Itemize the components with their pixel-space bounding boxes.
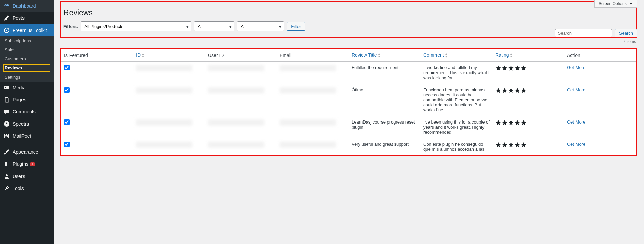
sidebar-item-freemius[interactable]: Freemius Toolkit	[0, 24, 54, 36]
col-user-id[interactable]: User ID	[205, 49, 277, 62]
sort-icon: ▲▼	[377, 53, 381, 58]
sidebar-label: Tools	[13, 186, 24, 191]
featured-checkbox[interactable]	[64, 65, 70, 70]
sidebar-item-mailpoet[interactable]: MailPoet	[0, 130, 54, 142]
sidebar-item-plugins[interactable]: Plugins 1	[0, 158, 54, 170]
sidebar-sub-customers[interactable]: Customers	[0, 54, 54, 63]
featured-checkbox[interactable]	[64, 119, 70, 125]
dashboard-icon	[3, 3, 10, 9]
star-icon	[514, 119, 520, 126]
filter-product-select[interactable]: All Plugins/Products	[81, 21, 191, 31]
sort-icon: ▲▼	[509, 53, 513, 58]
blurred-email	[280, 119, 336, 126]
sidebar-label: Appearance	[13, 149, 38, 155]
main-content: Screen Options ▼ Reviews Filters: All Pl…	[54, 0, 644, 244]
comment-cell: Con este plugin he conseguido que mis al…	[421, 138, 493, 155]
col-action[interactable]: Action	[564, 49, 636, 62]
col-email[interactable]: Email	[277, 49, 349, 62]
screen-options-label: Screen Options	[599, 1, 627, 6]
blurred-email	[280, 65, 336, 71]
rating-stars	[495, 119, 527, 126]
items-count: 7 items	[60, 39, 636, 44]
star-icon	[521, 65, 527, 71]
sidebar-item-dashboard[interactable]: Dashboard	[0, 0, 54, 12]
table-row: LearnDasj course progress reset plugin I…	[61, 116, 636, 138]
sidebar-item-appearance[interactable]: Appearance	[0, 146, 54, 158]
pages-icon	[3, 96, 10, 103]
sidebar-item-pages[interactable]: Pages	[0, 94, 54, 106]
star-icon	[502, 87, 508, 93]
featured-checkbox[interactable]	[64, 142, 70, 147]
col-is-featured[interactable]: Is Featured	[61, 49, 133, 62]
blurred-email	[280, 87, 336, 93]
sidebar-item-media[interactable]: Media	[0, 82, 54, 94]
star-icon	[521, 142, 527, 148]
col-review-title[interactable]: Review Title▲▼	[349, 49, 421, 62]
comments-icon	[3, 108, 10, 115]
brush-icon	[3, 149, 10, 155]
table-highlight-box: Is Featured ID▲▼ User ID Email Review Ti…	[60, 48, 637, 156]
blurred-user-id	[208, 142, 264, 148]
sidebar-sub-settings[interactable]: Settings	[0, 72, 54, 82]
sidebar-item-spectra[interactable]: Spectra	[0, 118, 54, 130]
blurred-id	[136, 119, 192, 126]
get-more-link[interactable]: Get More	[567, 119, 585, 125]
sidebar-item-posts[interactable]: Posts	[0, 12, 54, 24]
sidebar-item-users[interactable]: Users	[0, 170, 54, 182]
review-title-cell: Fulfilled the requirement	[349, 62, 421, 84]
featured-checkbox[interactable]	[64, 87, 70, 93]
filter-3-select[interactable]: All	[237, 21, 284, 31]
sidebar-label: Posts	[13, 15, 25, 21]
search-button[interactable]: Search	[615, 29, 637, 37]
comment-cell: Funcionou bem para as minhas necessidade…	[421, 84, 493, 116]
svg-rect-5	[5, 98, 9, 102]
rating-stars	[495, 65, 527, 71]
star-icon	[514, 65, 520, 71]
table-row: Very useful and great support Con este p…	[61, 138, 636, 155]
tools-icon	[3, 185, 10, 192]
rating-stars	[495, 142, 527, 148]
get-more-link[interactable]: Get More	[567, 87, 585, 92]
search-input[interactable]	[555, 29, 612, 37]
sidebar-label: Plugins	[13, 161, 28, 167]
svg-rect-2	[4, 86, 9, 89]
sidebar-sub-sales[interactable]: Sales	[0, 45, 54, 54]
plugins-update-badge: 1	[30, 162, 36, 166]
blurred-email	[280, 142, 336, 148]
review-title-cell: Ótimo	[349, 84, 421, 116]
sort-icon: ▲▼	[445, 53, 448, 58]
star-icon	[495, 119, 501, 126]
star-icon	[508, 87, 514, 93]
filter-button[interactable]: Filter	[287, 22, 305, 31]
col-comment[interactable]: Comment▲▼	[421, 49, 493, 62]
star-icon	[508, 142, 514, 148]
get-more-link[interactable]: Get More	[567, 142, 585, 147]
sidebar-item-tools[interactable]: Tools	[0, 182, 54, 194]
sidebar-sub-subscriptions[interactable]: Subscriptions	[0, 36, 54, 45]
sort-icon: ▲▼	[141, 53, 145, 58]
blurred-id	[136, 65, 192, 71]
star-icon	[514, 87, 520, 93]
sidebar-label: MailPoet	[13, 133, 31, 139]
star-icon	[508, 65, 514, 71]
star-icon	[521, 119, 527, 126]
plugin-icon	[3, 161, 10, 167]
sidebar-label: Pages	[13, 97, 26, 102]
screen-options-button[interactable]: Screen Options ▼	[594, 0, 637, 8]
sidebar-label: Media	[13, 85, 26, 90]
users-icon	[3, 173, 10, 180]
get-more-link[interactable]: Get More	[567, 65, 585, 70]
mailpoet-icon	[3, 133, 10, 139]
blurred-user-id	[208, 65, 264, 71]
col-id[interactable]: ID▲▼	[133, 49, 205, 62]
sidebar-label: Freemius Toolkit	[13, 28, 47, 33]
col-rating[interactable]: Rating▲▼	[493, 49, 564, 62]
blurred-user-id	[208, 87, 264, 93]
sidebar-sub-reviews[interactable]: Reviews	[0, 63, 54, 72]
sidebar-label: Comments	[13, 109, 36, 114]
freemius-icon	[3, 27, 10, 34]
sidebar-item-comments[interactable]: Comments	[0, 106, 54, 118]
filter-2-select[interactable]: All	[194, 21, 234, 31]
svg-point-1	[6, 30, 7, 31]
reviews-table: Is Featured ID▲▼ User ID Email Review Ti…	[61, 49, 636, 155]
